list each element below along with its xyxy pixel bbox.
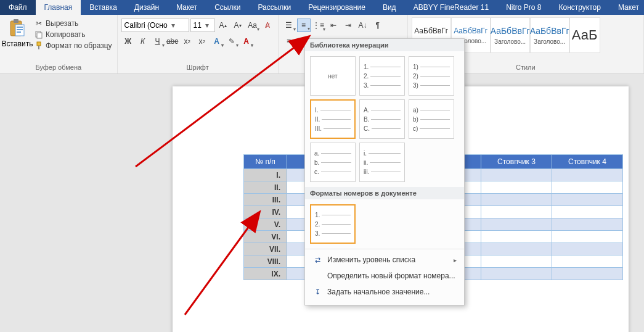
table-cell[interactable] [481,243,552,255]
highlight-button[interactable]: ✎▾ [225,35,238,48]
blank-icon [312,271,322,281]
align-left-button[interactable]: ≡ [282,35,296,48]
clear-formatting-button[interactable]: A̷ [261,19,274,32]
copy-icon [35,30,43,39]
table-cell-num[interactable]: II. [244,181,287,194]
numbering-tile-roman-lower[interactable]: i. ii. iii. [359,143,405,182]
strikethrough-button[interactable]: abc [166,35,179,48]
numbering-tile-roman-upper[interactable]: I. II. III. [310,99,356,139]
table-cell-num[interactable]: VII. [244,243,287,255]
style-tile-h2[interactable]: АаБбВвГгЗаголово... [491,17,530,53]
tab-nitro[interactable]: Nitro Pro 8 [497,0,550,15]
table-cell-num[interactable]: I. [244,169,287,181]
multilevel-button[interactable]: ⋮≡▾ [312,19,325,32]
font-size-value: 11 [194,21,202,30]
copy-button[interactable]: Копировать [33,30,113,39]
increase-indent-button[interactable]: ⇥ [341,19,355,32]
table-cell-num[interactable]: VIII. [244,255,287,268]
table-cell[interactable] [481,255,552,268]
table-header-3[interactable]: Стовпчик 3 [481,155,552,169]
tab-references[interactable]: Ссылки [206,0,249,15]
cut-button[interactable]: ✂ Вырезать [33,19,113,28]
brush-icon [35,41,43,50]
decrease-indent-button[interactable]: ⇤ [327,19,340,32]
font-size-combo[interactable]: 11▾ [190,19,215,32]
underline-button[interactable]: Ч▾ [151,35,165,48]
cut-label: Вырезать [46,19,78,28]
table-cell[interactable] [552,255,623,268]
font-name-combo[interactable]: Calibri (Осно▾ [121,19,189,32]
bold-button[interactable]: Ж [121,35,135,48]
table-cell-num[interactable]: V. [244,218,287,231]
numbering-library-grid: нет 1. 2. 3. 1) 2) 3) I. II. III. A. B. … [305,51,464,187]
shrink-font-button[interactable]: A▾ [231,19,245,32]
table-cell-num[interactable]: III. [244,194,287,206]
table-cell[interactable] [481,169,552,181]
tab-view[interactable]: Вид [374,0,405,15]
table-header-num[interactable]: № п/п [244,155,287,169]
style-label: Заголово... [494,38,526,45]
menu-set-start-value[interactable]: ↧ Задать начальное значение... [305,284,464,300]
table-cell-num[interactable]: IV. [244,206,287,218]
menu-define-new-format[interactable]: Определить новый формат номера... [305,268,464,284]
table-cell[interactable] [481,206,552,218]
tab-mailings[interactable]: Рассылки [249,0,300,15]
font-color-button[interactable]: A▾ [240,35,253,48]
table-cell[interactable] [552,218,623,231]
bullets-button[interactable]: ☰▾ [282,19,296,32]
table-cell[interactable] [552,231,623,243]
table-cell[interactable] [481,218,552,231]
tab-abbyy[interactable]: ABBYY FineReader 11 [405,0,498,15]
tab-layout[interactable]: Макет [168,0,206,15]
tab-file[interactable]: Файл [0,0,36,15]
subscript-button[interactable]: x2 [181,35,194,48]
style-tile-h3[interactable]: АаБбВвГгЗаголово... [530,17,569,53]
table-cell[interactable] [481,231,552,243]
tab-layout2[interactable]: Макет [609,0,644,15]
text-effects-button[interactable]: A▾ [210,35,224,48]
numbering-tile-none[interactable]: нет [310,56,356,96]
table-cell[interactable] [552,206,623,218]
style-preview: АаБбВвГг [414,27,448,35]
svg-rect-7 [37,33,42,38]
table-cell-num[interactable]: IX. [244,268,287,280]
menu-change-list-level[interactable]: ⇄ Изменить уровень списка ▸ [305,252,464,268]
table-cell-num[interactable]: VI. [244,231,287,243]
show-marks-button[interactable]: ¶ [371,19,385,32]
style-label: Заголово... [534,38,565,45]
numbering-tile-alpha-lower-paren[interactable]: a) b) c) [409,99,454,139]
style-tile-big[interactable]: АаБ [569,17,600,53]
tab-insert[interactable]: Вставка [81,0,126,15]
tab-home[interactable]: Главная [36,0,81,15]
group-clipboard: Вставить ✂ Вырезать Копировать [0,15,118,73]
italic-button[interactable]: К [136,35,150,48]
numbering-tile-decimal-paren[interactable]: 1) 2) 3) [409,56,454,96]
table-cell[interactable] [552,169,623,181]
grow-font-button[interactable]: A▴ [216,19,230,32]
numbering-tile-alpha-upper[interactable]: A. B. C. [359,99,405,139]
numbering-button[interactable]: ≡▾ [297,19,311,32]
table-cell[interactable] [552,194,623,206]
superscript-button[interactable]: x2 [195,35,209,48]
change-case-button[interactable]: Aa▾ [246,19,259,32]
table-cell[interactable] [552,181,623,194]
tab-design[interactable]: Дизайн [126,0,168,15]
numbering-doc-tile[interactable]: 1. 2. 3. [310,204,356,244]
tab-constructor[interactable]: Конструктор [550,0,609,15]
table-cell[interactable] [481,181,552,194]
start-value-icon: ↧ [312,287,322,297]
numbering-library-header: Библиотека нумерации [305,39,464,51]
table-header-4[interactable]: Стовпчик 4 [552,155,623,169]
table-cell[interactable] [552,243,623,255]
numbering-menu: ⇄ Изменить уровень списка ▸ Определить н… [305,249,464,302]
table-cell[interactable] [481,194,552,206]
numbering-tile-decimal-dot[interactable]: 1. 2. 3. [359,56,405,96]
table-cell[interactable] [481,268,552,280]
format-painter-button[interactable]: Формат по образцу [33,41,113,51]
sort-button[interactable]: A↓ [356,19,370,32]
group-font: Calibri (Осно▾ 11▾ A▴ A▾ Aa▾ A̷ Ж К Ч▾ a… [118,15,279,73]
paste-button[interactable]: Вставить [4,16,31,48]
tab-review[interactable]: Рецензирование [300,0,374,15]
numbering-tile-alpha-lower-dot[interactable]: a. b. c. [310,143,356,182]
table-cell[interactable] [552,268,623,280]
